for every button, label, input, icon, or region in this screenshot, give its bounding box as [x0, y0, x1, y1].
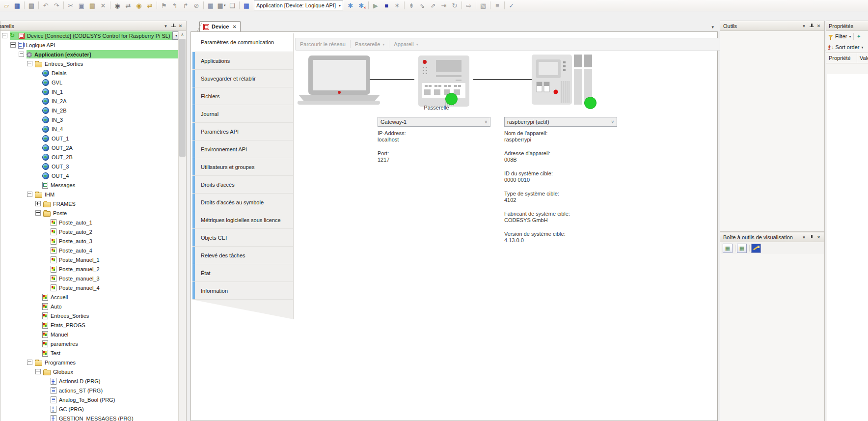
- tree-item-gc-prg[interactable]: GC (PRG): [0, 404, 179, 414]
- collapse-icon[interactable]: [2, 33, 7, 38]
- cut-icon[interactable]: ✂: [65, 1, 76, 10]
- replace-icon[interactable]: ⇄: [123, 1, 134, 10]
- tree-item-parametres[interactable]: parametres: [0, 339, 179, 348]
- editor-menu-droits-d-acc-s-au-symbole[interactable]: Droits d'accès au symbole: [192, 194, 293, 211]
- editor-menu-applications[interactable]: Applications: [192, 52, 293, 70]
- editor-menu-journal[interactable]: Journal: [192, 105, 293, 123]
- editor-menu-objets-cei[interactable]: Objets CEI: [192, 229, 293, 247]
- tree-item-gestion-messages-prg[interactable]: GESTION_MESSAGES (PRG): [0, 414, 179, 421]
- collapse-icon[interactable]: [27, 61, 32, 66]
- tree-item-test[interactable]: Test: [0, 348, 179, 358]
- tree-item-delais[interactable]: Delais: [0, 68, 179, 78]
- tree-item-poste-auto-1[interactable]: Poste_auto_1: [0, 218, 179, 227]
- properties-grid-icon[interactable]: ▦: [241, 1, 252, 10]
- device-menu-button[interactable]: Appareil ▾: [389, 38, 422, 50]
- pin-icon[interactable]: [808, 233, 815, 241]
- undo-icon[interactable]: ↶: [40, 1, 51, 10]
- tree-item-poste-auto-3[interactable]: Poste_auto_3: [0, 236, 179, 246]
- tree-item-out-2a[interactable]: OUT_2A: [0, 143, 179, 152]
- expand-icon[interactable]: [35, 201, 41, 206]
- chevron-down-icon[interactable]: ▾: [849, 34, 851, 39]
- run-to-cursor-icon[interactable]: ⇥: [438, 1, 449, 10]
- tree-item-in-1[interactable]: IN_1: [0, 87, 179, 96]
- expert-settings-icon[interactable]: ✦: [856, 33, 861, 40]
- close-icon[interactable]: ✕: [177, 22, 184, 29]
- tree-item-accueil[interactable]: Accueil: [0, 292, 179, 302]
- column-header-property[interactable]: Propriété: [826, 53, 857, 63]
- tree-item-programmes[interactable]: Programmes: [0, 358, 179, 367]
- tree-item-out-3[interactable]: OUT_3: [0, 162, 179, 171]
- tree-item-out-1[interactable]: OUT_1: [0, 134, 179, 143]
- filter-button[interactable]: Filter: [835, 33, 847, 39]
- tab-device[interactable]: Device ✕: [199, 21, 241, 31]
- tree-item-out-2b[interactable]: OUT_2B: [0, 152, 179, 162]
- scroll-up-icon[interactable]: ∧: [179, 31, 186, 38]
- tree-item-messages[interactable]: Messages: [0, 180, 179, 190]
- device-row-chevron-icon[interactable]: ▾: [172, 31, 179, 40]
- tree-item-gvl[interactable]: GVL: [0, 78, 179, 87]
- editor-menu-param-tres-de-communication[interactable]: Paramètres de communication: [192, 33, 293, 52]
- pin-icon[interactable]: [808, 22, 815, 29]
- open-project-icon[interactable]: ▱: [1, 1, 12, 10]
- clear-bookmarks-icon[interactable]: ⊘: [191, 1, 202, 10]
- tree-item-in-4[interactable]: IN_4: [0, 124, 179, 134]
- gateway-menu-button[interactable]: Passerelle ▾: [351, 38, 389, 50]
- login-icon[interactable]: ✱: [345, 1, 356, 10]
- tree-item-device-connect-codesys-control-for-raspberry-pi-sl[interactable]: Device [Connecté] (CODESYS Control for R…: [0, 31, 179, 40]
- collapse-icon[interactable]: [27, 192, 32, 197]
- panel-menu-chevron-icon[interactable]: ▾: [162, 22, 169, 29]
- tree-item-globaux[interactable]: Globaux: [0, 367, 179, 376]
- tree-item-poste-manuel-3[interactable]: Poste_manuel_3: [0, 274, 179, 283]
- collapse-icon[interactable]: [35, 369, 41, 374]
- redo-icon[interactable]: ↷: [51, 1, 62, 10]
- tree-item-application-ex-cuter[interactable]: Application [exécuter]: [0, 50, 179, 59]
- clipboard-grid-icon[interactable]: ▦: [205, 1, 216, 10]
- tree-item-actions-st-prg[interactable]: actions_ST (PRG): [0, 386, 179, 395]
- editor-menu-m-triques-logicielles-sous-licence[interactable]: Métriques logicielles sous licence: [192, 211, 293, 229]
- editor-menu-relev-des-t-ches[interactable]: Relevé des tâches: [192, 247, 293, 264]
- editor-menu-droits-d-acc-s[interactable]: Droits d'accès: [192, 176, 293, 194]
- close-icon[interactable]: ✕: [815, 233, 822, 241]
- tree-item-auto[interactable]: Auto: [0, 302, 179, 311]
- set-next-statement-icon[interactable]: ⇨: [463, 1, 474, 10]
- tree-item-etats-progs[interactable]: Etats_PROGS: [0, 320, 179, 330]
- tree-item-in-2b[interactable]: IN_2B: [0, 106, 179, 115]
- collapse-icon[interactable]: [35, 210, 41, 216]
- insert-table-icon[interactable]: ▦▾: [216, 1, 227, 10]
- editor-menu-utilisateurs-et-groupes[interactable]: Utilisateurs et groupes: [192, 158, 293, 176]
- start-icon[interactable]: ▶: [370, 1, 381, 10]
- breakpoints-icon[interactable]: ✶: [392, 1, 403, 10]
- editor-menu-environnement-api[interactable]: Environnement API: [192, 140, 293, 158]
- find-icon[interactable]: ◉: [112, 1, 123, 10]
- tree-item-in-2a[interactable]: IN_2A: [0, 96, 179, 106]
- collapse-icon[interactable]: [19, 52, 24, 57]
- tab-close-icon[interactable]: ✕: [232, 24, 236, 29]
- editor-menu-tat[interactable]: État: [192, 264, 293, 282]
- tree-item-poste[interactable]: Poste: [0, 208, 179, 218]
- tree-item-poste-auto-2[interactable]: Poste_auto_2: [0, 227, 179, 236]
- logout-icon[interactable]: ✱✕: [356, 1, 367, 10]
- new-object-icon[interactable]: ❏: [227, 1, 238, 10]
- tree-item-frames[interactable]: FRAMES: [0, 199, 179, 208]
- single-cycle-icon[interactable]: ↻: [449, 1, 460, 10]
- editor-menu-param-tres-api[interactable]: Paramètres API: [192, 123, 293, 140]
- delete-icon[interactable]: ✕: [98, 1, 108, 10]
- collapse-icon[interactable]: [10, 42, 16, 48]
- pin-icon[interactable]: [169, 22, 177, 29]
- tree-item-entrees-sorties[interactable]: Entrees_Sorties: [0, 59, 179, 68]
- close-icon[interactable]: ✕: [815, 22, 822, 29]
- panel-menu-chevron-icon[interactable]: ▾: [800, 22, 808, 29]
- active-application-combo[interactable]: Application [Device: Logique API]▾: [254, 0, 343, 10]
- print-icon[interactable]: ▤: [26, 1, 37, 10]
- paste-icon[interactable]: ▤: [87, 1, 98, 10]
- step-out-icon[interactable]: ⇗: [428, 1, 438, 10]
- visu-elements-icon[interactable]: ▦: [723, 244, 732, 253]
- tree-item-out-4[interactable]: OUT_4: [0, 171, 179, 180]
- tree-item-logique-api[interactable]: Logique API: [0, 40, 179, 50]
- editor-menu-information[interactable]: Information: [192, 282, 293, 300]
- tree-item-ihm[interactable]: IHM: [0, 190, 179, 199]
- previous-bookmark-icon[interactable]: ↰: [169, 1, 180, 10]
- tree-item-poste-manuel-4[interactable]: Poste_manuel_4: [0, 283, 179, 292]
- step-into-icon[interactable]: ⇘: [417, 1, 428, 10]
- visu-favorites-icon[interactable]: ▦: [737, 244, 747, 253]
